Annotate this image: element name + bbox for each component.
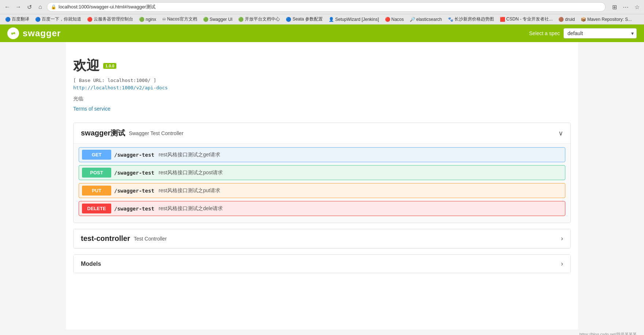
bookmark-label: nginx [146, 17, 156, 22]
get-method-badge: GET [82, 150, 111, 160]
post-endpoint-summary: rest风格接口测试之post请求 [159, 170, 223, 176]
bookmark-label: Nacos官方文档 [167, 16, 197, 22]
terms-of-service-link[interactable]: Terms of service [73, 106, 111, 112]
bookmark-item[interactable]: 🟢开放平台文档中心 [236, 15, 282, 23]
endpoint-get[interactable]: GET /swagger-test rest风格接口测试之get请求 [79, 147, 565, 162]
bookmark-item[interactable]: ♾Nacos官方文档 [160, 15, 199, 23]
delete-endpoint-path: /swagger-test [114, 206, 154, 212]
bookmark-icon: 🔵 [286, 17, 291, 22]
get-endpoint-path: /swagger-test [114, 152, 154, 158]
bookmark-item[interactable]: 🔵百度一下，你就知道 [33, 15, 83, 23]
footer-watermark: https://blog.csdn.net/我是某某某 [0, 330, 644, 335]
bookmark-icon: 🔎 [410, 17, 415, 22]
post-endpoint-path: /swagger-test [114, 170, 154, 176]
more-button[interactable]: ⋯ [621, 3, 630, 11]
bookmark-label: Seata 参数配置 [292, 16, 323, 22]
bookmark-label: Nacos [392, 17, 404, 22]
test-controller-header[interactable]: test-controller Test Controller › [74, 229, 570, 248]
models-chevron: › [561, 260, 563, 268]
bookmark-icon: 🟤 [558, 17, 564, 22]
bookmark-item[interactable]: 🟢nginx [137, 16, 158, 23]
swagger-test-controller-header[interactable]: swagger测试 Swagger Test Controller ∨ [74, 123, 570, 144]
app-title: 欢迎 [73, 57, 100, 75]
bookmark-label: 云服务器管理控制台 [94, 16, 133, 22]
bookmark-label: Maven Repository: S... [587, 17, 632, 22]
swagger-content: 欢迎 1.0.0 [ Base URL: localhost:1000/ ] h… [66, 42, 578, 330]
bookmark-label: 百度一下，你就知道 [42, 16, 81, 22]
swagger-test-controller-group: swagger测试 Swagger Test Controller ∨ GET … [73, 123, 571, 223]
bookmark-item[interactable]: 🟥CSDN - 专业开发者社... [498, 15, 555, 23]
app-base-url: [ Base URL: localhost:1000/ ] [73, 78, 571, 83]
endpoint-delete[interactable]: DELETE /swagger-test rest风格接口测试之dele请求 [79, 201, 565, 216]
forward-button[interactable]: → [14, 3, 23, 11]
bookmark-item[interactable]: 🟢Swagger UI [201, 16, 235, 23]
endpoint-post[interactable]: POST /swagger-test rest风格接口测试之post请求 [79, 165, 565, 180]
controller-title-row: swagger测试 Swagger Test Controller [81, 128, 183, 138]
bookmark-icon: 🟢 [238, 17, 244, 22]
bookmark-icon: 🔵 [5, 17, 11, 22]
endpoint-put[interactable]: PUT /swagger-test rest风格接口测试之put请求 [79, 183, 565, 198]
test-controller-group: test-controller Test Controller › [73, 229, 571, 249]
models-title: Models [81, 261, 101, 267]
controller-name-swagger-test: swagger测试 [81, 128, 125, 138]
watermark-text: https://blog.csdn.net/我是某某某 [579, 332, 637, 335]
app-welcome: 光临 [73, 96, 571, 102]
bookmark-item[interactable]: 🐾长沙新房价格趋势图 [446, 15, 496, 23]
address-bar[interactable]: 🔒 localhost:1000/swagger-ui.html#/swagge… [47, 2, 606, 12]
controller-desc-test: Test Controller [134, 236, 166, 242]
bookmark-label: Swagger UI [210, 17, 233, 22]
spec-select[interactable]: default [564, 28, 637, 38]
swagger-test-chevron: ∨ [558, 129, 563, 137]
bookmark-item[interactable]: 👤SetupWizard [Jenkins] [326, 16, 381, 23]
bookmark-icon: ♾ [162, 17, 166, 22]
delete-endpoint-summary: rest风格接口测试之dele请求 [159, 205, 223, 212]
home-button[interactable]: ⌂ [36, 3, 45, 11]
version-badge: 1.0.0 [103, 63, 116, 69]
models-header[interactable]: Models › [74, 255, 570, 273]
post-method-badge: POST [82, 168, 111, 178]
controllers-section: swagger测试 Swagger Test Controller ∨ GET … [73, 123, 571, 249]
security-icon: 🔒 [51, 4, 56, 10]
spec-selector: Select a spec default [529, 28, 637, 38]
swagger-logo-icon: ⇌ [7, 27, 19, 39]
test-controller-chevron: › [561, 235, 563, 242]
browser-chrome: ← → ↺ ⌂ 🔒 localhost:1000/swagger-ui.html… [0, 0, 644, 25]
spec-label: Select a spec [529, 30, 560, 36]
bookmark-label: druid [565, 17, 575, 22]
bookmark-icon: 🐾 [448, 17, 453, 22]
bookmark-icon: 🟢 [203, 17, 209, 22]
bookmark-icon: 🔴 [385, 17, 390, 22]
swagger-header: ⇌ swagger Select a spec default [0, 25, 644, 42]
back-button[interactable]: ← [3, 3, 12, 11]
bookmark-icon: 👤 [329, 17, 334, 22]
bookmark-item[interactable]: 🔎elasticsearch [408, 16, 444, 23]
bookmark-item[interactable]: 🟤druid [556, 16, 577, 23]
browser-actions: ⊞ ⋯ ☆ [611, 3, 641, 11]
bookmark-icon: 🟥 [500, 17, 505, 22]
bookmark-item[interactable]: 🔴Nacos [383, 16, 406, 23]
get-endpoint-summary: rest风格接口测试之get请求 [159, 152, 221, 158]
api-docs-link[interactable]: http://localhost:1000/v2/api-docs [73, 85, 168, 90]
put-method-badge: PUT [82, 186, 111, 196]
bookmark-label: CSDN - 专业开发者社... [506, 16, 553, 22]
bookmark-label: elasticsearch [416, 17, 442, 22]
bookmark-item[interactable]: 🔴云服务器管理控制台 [85, 15, 135, 23]
app-info: 欢迎 1.0.0 [ Base URL: localhost:1000/ ] h… [73, 57, 571, 112]
bookmark-label: 百度翻译 [12, 16, 29, 22]
spec-select-wrapper: default [564, 28, 637, 38]
bookmark-item[interactable]: 📦Maven Repository: S... [579, 16, 634, 23]
extensions-button[interactable]: ⊞ [611, 3, 618, 11]
browser-toolbar: ← → ↺ ⌂ 🔒 localhost:1000/swagger-ui.html… [0, 0, 644, 14]
bookmark-label: SetupWizard [Jenkins] [335, 17, 379, 22]
bookmark-item[interactable]: 🔵百度翻译 [3, 15, 31, 23]
swagger-test-endpoint-list: GET /swagger-test rest风格接口测试之get请求 POST … [74, 144, 570, 223]
favorite-button[interactable]: ☆ [633, 3, 641, 11]
controller-desc-swagger-test: Swagger Test Controller [129, 130, 183, 136]
bookmark-label: 长沙新房价格趋势图 [454, 16, 494, 22]
reload-button[interactable]: ↺ [25, 3, 34, 11]
test-controller-title-row: test-controller Test Controller [81, 234, 167, 243]
controller-name-test: test-controller [81, 234, 130, 243]
bookmark-item[interactable]: 🔵Seata 参数配置 [284, 15, 325, 23]
bookmark-icon: 🟢 [139, 17, 145, 22]
bookmarks-bar: 🔵百度翻译🔵百度一下，你就知道🔴云服务器管理控制台🟢nginx♾Nacos官方文… [0, 14, 644, 24]
